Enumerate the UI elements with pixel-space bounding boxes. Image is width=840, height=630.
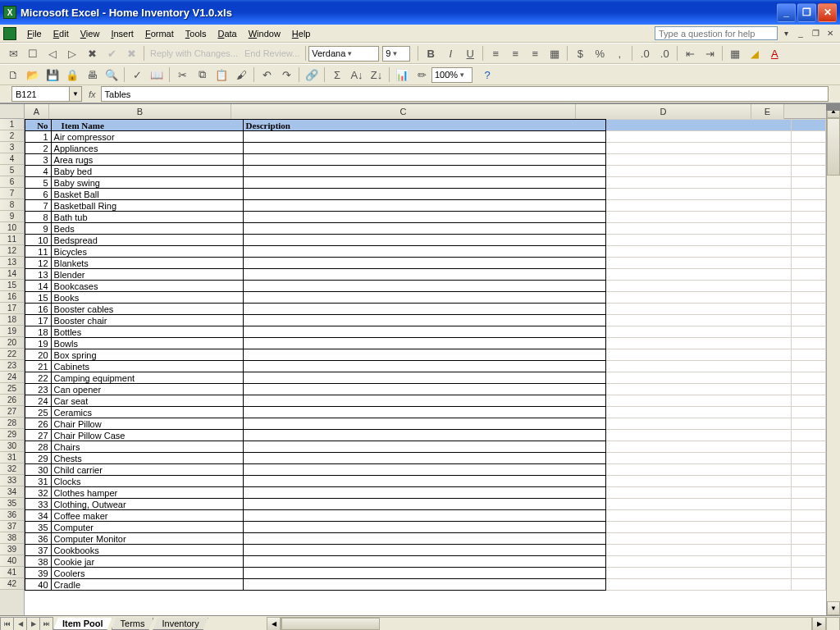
cell-no[interactable]: 22 xyxy=(25,372,52,384)
cell-blank[interactable] xyxy=(791,269,825,281)
cell-description[interactable] xyxy=(243,269,606,281)
cell-item-name[interactable]: Cabinets xyxy=(51,361,243,372)
menu-file[interactable]: File xyxy=(21,27,48,40)
row-header-39[interactable]: 39 xyxy=(0,544,24,555)
increase-indent-button[interactable]: ⇥ xyxy=(701,44,719,62)
cell-no[interactable]: 27 xyxy=(25,430,52,441)
cell-description[interactable] xyxy=(243,499,606,510)
undo-button[interactable]: ↶ xyxy=(258,66,276,84)
paste-icon[interactable]: 📋 xyxy=(212,66,231,84)
cell-description[interactable] xyxy=(243,395,606,407)
window-maximize-button[interactable]: ❐ xyxy=(797,3,816,22)
cell-blank[interactable] xyxy=(791,453,825,464)
row-header-31[interactable]: 31 xyxy=(0,452,24,463)
row-header-30[interactable]: 30 xyxy=(0,441,24,452)
cell-no[interactable]: 1 xyxy=(25,131,52,143)
cell-item-name[interactable]: Computer Monitor xyxy=(51,533,243,545)
drawing-icon[interactable]: ✏ xyxy=(413,66,431,84)
select-all-corner[interactable] xyxy=(0,104,25,119)
percent-button[interactable]: % xyxy=(591,44,609,62)
cell-blank[interactable] xyxy=(606,246,792,258)
cell-item-name[interactable]: Clocks xyxy=(51,476,243,487)
mdi-close-button[interactable]: ✕ xyxy=(824,28,837,39)
cell-item-name[interactable]: Coolers xyxy=(51,568,243,579)
cell-blank[interactable] xyxy=(606,189,792,200)
vertical-split-handle[interactable] xyxy=(826,104,840,111)
cell-description[interactable] xyxy=(243,441,606,453)
cell-no[interactable]: 37 xyxy=(25,545,52,556)
sheet-tab-terms[interactable]: Terms xyxy=(112,618,154,630)
row-header-15[interactable]: 15 xyxy=(0,280,24,291)
cell-description[interactable] xyxy=(243,281,606,292)
spelling-icon[interactable]: ✓ xyxy=(128,66,146,84)
window-minimize-button[interactable]: _ xyxy=(777,3,796,22)
row-header-1[interactable]: 1 xyxy=(0,119,24,130)
cell-item-name[interactable]: Camping equipment xyxy=(51,372,243,384)
cell-blank[interactable] xyxy=(791,487,825,499)
menu-data[interactable]: Data xyxy=(212,27,242,40)
cell-description[interactable] xyxy=(243,189,606,200)
row-header-19[interactable]: 19 xyxy=(0,326,24,337)
cell-blank[interactable] xyxy=(791,556,825,568)
print-icon[interactable]: 🖶 xyxy=(83,66,101,84)
menu-edit[interactable]: Edit xyxy=(48,27,75,40)
row-header-24[interactable]: 24 xyxy=(0,372,24,383)
cell-description[interactable] xyxy=(243,407,606,418)
cell-blank[interactable] xyxy=(606,349,792,361)
bold-button[interactable]: B xyxy=(422,44,440,62)
cell-blank[interactable] xyxy=(606,487,792,499)
cell-item-name[interactable]: Basketball Ring xyxy=(51,200,243,212)
cell-blank[interactable] xyxy=(606,315,792,326)
cell-item-name[interactable]: Bicycles xyxy=(51,246,243,258)
cell-blank[interactable] xyxy=(606,476,792,487)
cell-blank[interactable] xyxy=(606,556,792,568)
scroll-right-button[interactable]: ▶ xyxy=(812,617,826,630)
cell-no[interactable]: 40 xyxy=(25,579,52,591)
menu-window[interactable]: Window xyxy=(243,27,286,40)
increase-decimal-button[interactable]: .0 xyxy=(636,44,654,62)
cell-blank[interactable] xyxy=(606,579,792,591)
cell-no[interactable]: 12 xyxy=(25,258,52,269)
cell-no[interactable]: 30 xyxy=(25,464,52,476)
cell-description[interactable] xyxy=(243,384,606,395)
print-preview-icon[interactable]: 🔍 xyxy=(103,66,121,84)
cell-blank[interactable] xyxy=(606,453,792,464)
cell-no[interactable]: 21 xyxy=(25,361,52,372)
underline-button[interactable]: U xyxy=(461,44,479,62)
cell-description[interactable] xyxy=(243,522,606,533)
cell-no[interactable]: 13 xyxy=(25,269,52,281)
cell-item-name[interactable]: Baby bed xyxy=(51,166,243,177)
row-header-35[interactable]: 35 xyxy=(0,498,24,509)
cell-blank[interactable] xyxy=(791,349,825,361)
copy-icon[interactable]: ⧉ xyxy=(193,66,211,84)
cell-item-name[interactable]: Basket Ball xyxy=(51,189,243,200)
italic-button[interactable]: I xyxy=(441,44,459,62)
name-box-dropdown-icon[interactable]: ▼ xyxy=(69,87,81,101)
cell-blank[interactable] xyxy=(791,361,825,372)
row-header-10[interactable]: 10 xyxy=(0,222,24,234)
cell-description[interactable] xyxy=(243,131,606,143)
vertical-scrollbar[interactable]: ▲ ▼ xyxy=(826,104,840,615)
menu-format[interactable]: Format xyxy=(139,27,180,40)
cell-blank[interactable] xyxy=(606,223,792,235)
cell-blank[interactable] xyxy=(791,522,825,533)
cell-item-name[interactable]: Child carrier xyxy=(51,464,243,476)
cell-blank[interactable] xyxy=(791,189,825,200)
cell-blank[interactable] xyxy=(791,315,825,326)
cell-item-name[interactable]: Chests xyxy=(51,453,243,464)
horizontal-scrollbar[interactable]: ◀ ▶ xyxy=(267,617,826,630)
comma-style-button[interactable]: , xyxy=(610,44,628,62)
scroll-left-button[interactable]: ◀ xyxy=(267,617,281,630)
cell-item-name[interactable]: Bookcases xyxy=(51,281,243,292)
cell-blank[interactable] xyxy=(791,292,825,304)
cell-no[interactable]: 8 xyxy=(25,212,52,223)
row-header-13[interactable]: 13 xyxy=(0,257,24,268)
window-close-button[interactable]: ✕ xyxy=(818,3,837,22)
row-header-3[interactable]: 3 xyxy=(0,142,24,153)
cell-description[interactable] xyxy=(243,246,606,258)
header-item-name[interactable]: Item Name xyxy=(51,120,243,131)
cell-no[interactable]: 2 xyxy=(25,143,52,154)
column-header-B[interactable]: B xyxy=(49,104,231,119)
cell-blank[interactable] xyxy=(791,304,825,315)
cell-blank[interactable] xyxy=(791,223,825,235)
